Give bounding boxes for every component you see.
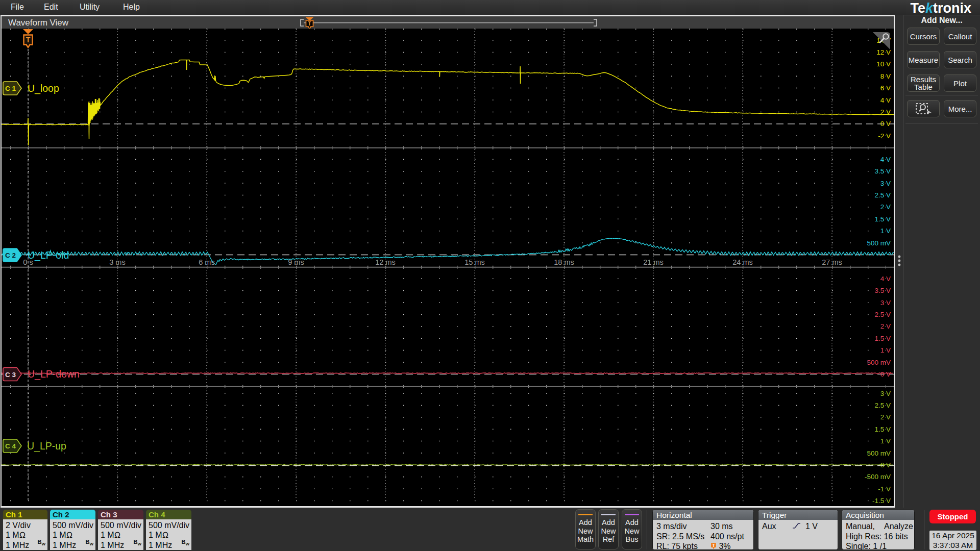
svg-text:U_loop: U_loop — [28, 83, 59, 94]
svg-text:2 V: 2 V — [880, 322, 891, 330]
svg-text:-500 mV: -500 mV — [865, 473, 891, 481]
svg-text:3 V: 3 V — [880, 299, 891, 307]
svg-text:24 ms: 24 ms — [732, 258, 753, 266]
svg-text:6 V: 6 V — [880, 84, 891, 92]
svg-text:U_LP-old: U_LP-old — [28, 249, 69, 261]
svg-text:-1 V: -1 V — [878, 485, 891, 493]
svg-text:12 V: 12 V — [876, 48, 891, 56]
svg-text:C 4: C 4 — [5, 442, 16, 450]
svg-text:500 mV: 500 mV — [867, 449, 891, 457]
svg-text:1.5 V: 1.5 V — [874, 335, 891, 342]
svg-text:3 V: 3 V — [880, 390, 891, 397]
svg-text:2 V: 2 V — [880, 413, 891, 421]
svg-text:3 V: 3 V — [880, 180, 891, 187]
svg-text:12 ms: 12 ms — [375, 258, 396, 266]
svg-text:21 ms: 21 ms — [643, 258, 664, 266]
svg-text:500 mV: 500 mV — [867, 359, 891, 366]
svg-text:2.5 V: 2.5 V — [874, 311, 891, 318]
svg-text:2.5 V: 2.5 V — [874, 402, 891, 409]
svg-text:8 V: 8 V — [880, 72, 891, 80]
svg-text:4 V: 4 V — [880, 96, 891, 104]
svg-text:1 V: 1 V — [880, 346, 891, 354]
svg-text:2 V: 2 V — [880, 108, 891, 116]
svg-text:T: T — [26, 36, 31, 44]
svg-text:10 V: 10 V — [876, 60, 891, 68]
svg-text:T: T — [308, 20, 311, 27]
svg-text:18 ms: 18 ms — [554, 258, 574, 266]
svg-text:3 ms: 3 ms — [109, 258, 125, 266]
svg-text:-2 V: -2 V — [878, 132, 891, 140]
svg-text:1 V: 1 V — [880, 437, 891, 445]
svg-text:0 V: 0 V — [880, 370, 891, 378]
svg-text:0 V: 0 V — [880, 461, 891, 469]
svg-text:3.5 V: 3.5 V — [874, 287, 891, 294]
svg-text:4 V: 4 V — [880, 275, 891, 283]
svg-text:T: T — [712, 543, 715, 548]
svg-text:27 ms: 27 ms — [822, 258, 842, 266]
svg-text:C 3: C 3 — [5, 371, 16, 379]
svg-text:0 V: 0 V — [880, 120, 891, 128]
svg-text:3.5 V: 3.5 V — [874, 167, 891, 175]
svg-text:C 2: C 2 — [5, 252, 16, 259]
svg-text:-1.5 V: -1.5 V — [872, 497, 891, 505]
svg-text:500 mV: 500 mV — [867, 239, 891, 247]
svg-text:1.5 V: 1.5 V — [874, 425, 891, 433]
svg-text:4 V: 4 V — [880, 156, 891, 163]
svg-text:U_LP-up: U_LP-up — [27, 440, 66, 452]
svg-text:6 ms: 6 ms — [199, 258, 214, 266]
svg-text:1.5 V: 1.5 V — [874, 215, 891, 223]
svg-text:2 V: 2 V — [880, 203, 891, 211]
svg-text:2.5 V: 2.5 V — [874, 191, 891, 199]
svg-text:1 V: 1 V — [880, 227, 891, 235]
svg-text:U_LP-down: U_LP-down — [28, 368, 80, 380]
svg-text:9 ms: 9 ms — [288, 258, 304, 266]
svg-text:C 1: C 1 — [5, 85, 16, 92]
svg-text:15 ms: 15 ms — [464, 258, 485, 266]
